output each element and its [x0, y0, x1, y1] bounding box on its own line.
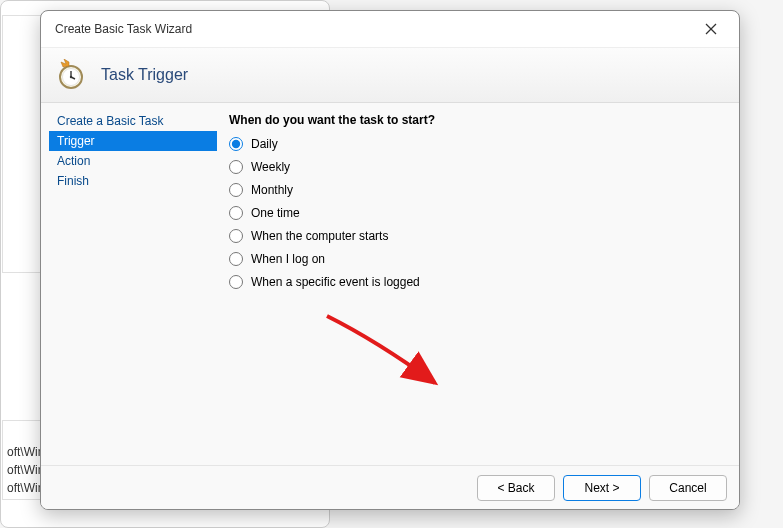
wizard-clock-icon: [55, 59, 87, 91]
radio-computer-starts[interactable]: When the computer starts: [229, 229, 727, 243]
header-band: Task Trigger: [41, 47, 739, 103]
radio-list: Daily Weekly Monthly One time When the c…: [229, 137, 727, 289]
radio-label: When I log on: [251, 252, 325, 266]
radio-one-time[interactable]: One time: [229, 206, 727, 220]
button-label: Next >: [584, 481, 619, 495]
radio-event-logged[interactable]: When a specific event is logged: [229, 275, 727, 289]
radio-input-daily[interactable]: [229, 137, 243, 151]
dialog-title: Create Basic Task Wizard: [55, 22, 192, 36]
sidebar-item-label: Create a Basic Task: [57, 114, 164, 128]
radio-daily[interactable]: Daily: [229, 137, 727, 151]
question-text: When do you want the task to start?: [229, 113, 727, 127]
sidebar-item-label: Action: [57, 154, 90, 168]
close-icon: [705, 23, 717, 35]
radio-label: When the computer starts: [251, 229, 388, 243]
sidebar-item-trigger[interactable]: Trigger: [49, 131, 217, 151]
radio-input-monthly[interactable]: [229, 183, 243, 197]
next-button[interactable]: Next >: [563, 475, 641, 501]
footer: < Back Next > Cancel: [41, 465, 739, 509]
radio-input-computer-starts[interactable]: [229, 229, 243, 243]
radio-input-weekly[interactable]: [229, 160, 243, 174]
radio-input-log-on[interactable]: [229, 252, 243, 266]
radio-monthly[interactable]: Monthly: [229, 183, 727, 197]
sidebar-item-label: Finish: [57, 174, 89, 188]
radio-label: When a specific event is logged: [251, 275, 420, 289]
wizard-dialog: Create Basic Task Wizard Task Trigger Cr…: [40, 10, 740, 510]
title-bar: Create Basic Task Wizard: [41, 11, 739, 47]
cancel-button[interactable]: Cancel: [649, 475, 727, 501]
radio-label: Monthly: [251, 183, 293, 197]
main-area: Create a Basic Task Trigger Action Finis…: [41, 103, 739, 465]
sidebar-item-action[interactable]: Action: [49, 151, 217, 171]
content-pane: When do you want the task to start? Dail…: [217, 103, 739, 465]
annotation-arrow-icon: [317, 311, 457, 396]
radio-log-on[interactable]: When I log on: [229, 252, 727, 266]
sidebar-item-label: Trigger: [57, 134, 95, 148]
header-title: Task Trigger: [101, 66, 188, 84]
sidebar-item-finish[interactable]: Finish: [49, 171, 217, 191]
button-label: Cancel: [669, 481, 706, 495]
radio-input-one-time[interactable]: [229, 206, 243, 220]
radio-label: Weekly: [251, 160, 290, 174]
radio-input-event-logged[interactable]: [229, 275, 243, 289]
button-label: < Back: [497, 481, 534, 495]
svg-point-6: [70, 76, 72, 78]
radio-label: One time: [251, 206, 300, 220]
radio-weekly[interactable]: Weekly: [229, 160, 727, 174]
sidebar-item-create-basic-task[interactable]: Create a Basic Task: [49, 111, 217, 131]
close-button[interactable]: [697, 15, 725, 43]
back-button[interactable]: < Back: [477, 475, 555, 501]
sidebar: Create a Basic Task Trigger Action Finis…: [41, 103, 217, 465]
radio-label: Daily: [251, 137, 278, 151]
